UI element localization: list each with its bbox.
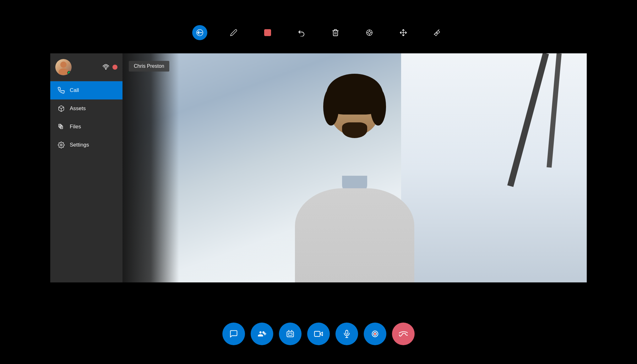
video-person xyxy=(260,53,449,282)
video-left-shadow xyxy=(122,53,179,282)
move-button[interactable] xyxy=(396,25,411,40)
svg-rect-25 xyxy=(346,330,348,334)
nav-item-assets[interactable]: Assets xyxy=(50,99,122,118)
person-body xyxy=(295,188,414,282)
svg-rect-21 xyxy=(288,333,292,335)
video-background: Chris Preston xyxy=(122,53,587,282)
back-button[interactable] xyxy=(192,25,207,40)
microphone-button[interactable] xyxy=(335,323,358,345)
pen-button[interactable] xyxy=(226,25,241,40)
call-controls xyxy=(222,323,415,345)
sidebar-header xyxy=(50,53,122,81)
online-indicator xyxy=(67,71,71,75)
chat-button[interactable] xyxy=(222,323,245,345)
svg-rect-20 xyxy=(287,332,294,337)
camera-button[interactable] xyxy=(307,323,330,345)
nav-assets-label: Assets xyxy=(70,105,86,112)
nav-item-call[interactable]: Call xyxy=(50,81,122,99)
person-beard xyxy=(342,122,367,138)
nav-call-label: Call xyxy=(70,87,79,94)
end-call-button[interactable] xyxy=(392,323,415,345)
svg-point-17 xyxy=(60,144,62,146)
caller-name-tag: Chris Preston xyxy=(129,61,169,72)
svg-point-4 xyxy=(368,31,371,34)
target-button[interactable] xyxy=(362,25,377,40)
svg-point-29 xyxy=(373,332,376,335)
wifi-icon xyxy=(102,64,109,71)
sidebar-status-icons xyxy=(102,64,117,71)
video-area: Chris Preston xyxy=(122,53,587,282)
caller-name: Chris Preston xyxy=(134,63,164,69)
nav-item-settings[interactable]: Settings xyxy=(50,136,122,154)
svg-rect-15 xyxy=(60,125,62,128)
person-hair-left xyxy=(323,88,339,126)
screenshot-button[interactable] xyxy=(279,323,302,345)
add-person-button[interactable] xyxy=(251,323,273,345)
svg-rect-16 xyxy=(60,126,63,129)
person-hair-right xyxy=(370,88,386,126)
delete-button[interactable] xyxy=(328,25,343,40)
record-indicator xyxy=(112,65,117,70)
nav-settings-label: Settings xyxy=(70,142,89,148)
avatar xyxy=(55,59,72,75)
nav-item-files[interactable]: Files xyxy=(50,118,122,136)
svg-rect-24 xyxy=(314,331,320,336)
toolbar xyxy=(192,25,445,40)
undo-button[interactable] xyxy=(294,25,309,40)
svg-point-12 xyxy=(106,68,106,69)
svg-rect-14 xyxy=(59,124,61,127)
record-button[interactable] xyxy=(364,323,386,345)
main-container: Call Assets Files Settings xyxy=(50,53,587,282)
nav-files-label: Files xyxy=(70,124,81,130)
color-button[interactable] xyxy=(260,25,275,40)
pin-button[interactable] xyxy=(430,25,445,40)
sidebar: Call Assets Files Settings xyxy=(50,53,122,282)
